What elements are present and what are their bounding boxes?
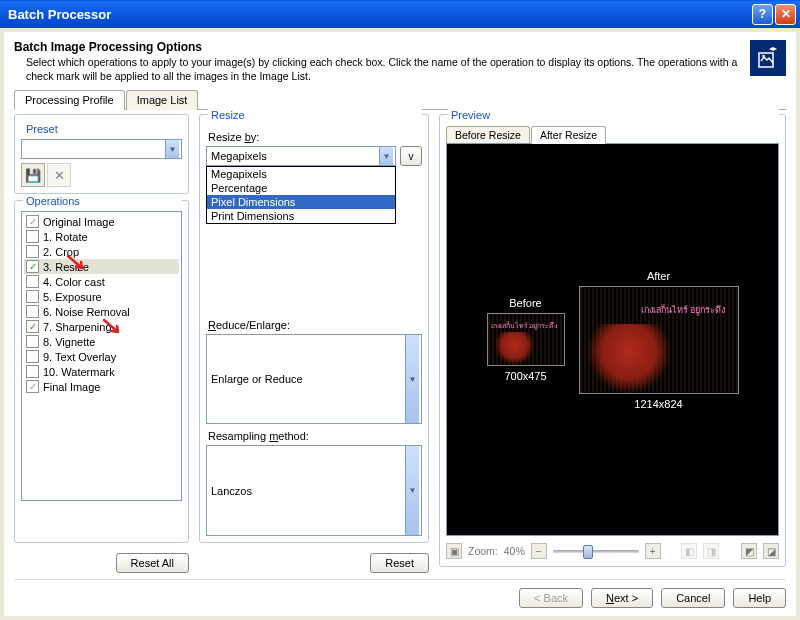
operations-title: Operations xyxy=(23,195,182,207)
window-body: Batch Image Processing Options Select wh… xyxy=(4,32,796,616)
page-title: Batch Image Processing Options xyxy=(14,40,742,54)
reset-button[interactable]: Reset xyxy=(370,553,429,573)
checkbox[interactable]: ✓ xyxy=(26,260,39,273)
zoom-slider[interactable] xyxy=(553,542,639,560)
resize-by-dropdown: MegapixelsPercentagePixel DimensionsPrin… xyxy=(206,166,396,224)
checkbox[interactable] xyxy=(26,350,39,363)
resize-by-label: Resize by: xyxy=(208,131,422,143)
tab-processing-profile[interactable]: Processing Profile xyxy=(14,90,125,110)
dropdown-option[interactable]: Percentage xyxy=(207,181,395,195)
batch-icon xyxy=(750,40,786,76)
preview-title: Preview xyxy=(448,109,779,121)
checkbox[interactable] xyxy=(26,305,39,318)
checkbox[interactable]: ✓ xyxy=(26,320,39,333)
overlay-text: เกงเสก็นไทร์ อยู่กระดึง xyxy=(641,306,726,316)
window-title: Batch Processor xyxy=(8,7,750,22)
tab-after-resize[interactable]: After Resize xyxy=(531,126,606,144)
checkbox[interactable] xyxy=(26,365,39,378)
operation-label: 5. Exposure xyxy=(43,291,102,303)
tab-before-resize[interactable]: Before Resize xyxy=(446,126,530,144)
preset-title: Preset xyxy=(23,123,61,135)
svg-point-0 xyxy=(762,55,765,58)
preview-before-column: Before เกงเสก็นไทร์ อยู่กระดึง 700x475 xyxy=(487,297,565,382)
resize-title: Resize xyxy=(208,109,422,121)
operations-list: ✓Original Image1. Rotate2. Crop✓3. Resiz… xyxy=(21,211,182,501)
resampling-label: Resampling method: xyxy=(208,430,422,442)
main-area: Preset ▼ 💾 ✕ Operations ✓Original Image1… xyxy=(14,114,786,573)
resize-by-value: Megapixels xyxy=(209,150,379,162)
before-dimensions: 700x475 xyxy=(504,370,546,382)
overlay-text: เกงเสก็นไทร์ อยู่กระดึง xyxy=(491,322,558,330)
checkbox[interactable] xyxy=(26,230,39,243)
reset-all-button[interactable]: Reset All xyxy=(116,553,189,573)
resize-by-combo[interactable]: Megapixels ▼ xyxy=(206,146,396,166)
operation-item[interactable]: ✓Final Image xyxy=(24,379,179,394)
reduce-enlarge-label: Reduce/Enlarge: xyxy=(208,319,422,331)
reduce-enlarge-combo[interactable]: Enlarge or Reduce ▼ xyxy=(206,334,422,425)
main-tabs: Processing Profile Image List xyxy=(14,89,786,110)
chevron-down-icon: ▼ xyxy=(379,147,393,165)
header: Batch Image Processing Options Select wh… xyxy=(14,40,786,83)
operation-item[interactable]: 9. Text Overlay xyxy=(24,349,179,364)
checkbox[interactable] xyxy=(26,335,39,348)
fit-screen-icon[interactable]: ▣ xyxy=(446,543,462,559)
zoom-label: Zoom: xyxy=(468,545,498,557)
tool-icon[interactable]: ◪ xyxy=(763,543,779,559)
operation-label: 10. Watermark xyxy=(43,366,115,378)
operation-item[interactable]: 6. Noise Removal xyxy=(24,304,179,319)
save-preset-button[interactable]: 💾 xyxy=(21,163,45,187)
operation-item[interactable]: ✓7. Sharpening xyxy=(24,319,179,334)
preview-group: Preview Before Resize After Resize Befor… xyxy=(439,114,786,567)
operation-item[interactable]: 4. Color cast xyxy=(24,274,179,289)
preview-after-column: After เกงเสก็นไทร์ อยู่กระดึง 1214x824 xyxy=(579,270,739,410)
dropdown-option[interactable]: Print Dimensions xyxy=(207,209,395,223)
resize-aux-button[interactable]: v xyxy=(400,146,422,166)
preview-tabs: Before Resize After Resize xyxy=(446,125,779,143)
footer-buttons: < Back Next > Cancel Help xyxy=(14,579,786,608)
next-button[interactable]: Next > xyxy=(591,588,653,608)
after-thumbnail: เกงเสก็นไทร์ อยู่กระดึง xyxy=(579,286,739,394)
operation-item[interactable]: 8. Vignette xyxy=(24,334,179,349)
after-dimensions: 1214x824 xyxy=(634,398,682,410)
dropdown-option[interactable]: Megapixels xyxy=(207,167,395,181)
operation-item[interactable]: 2. Crop xyxy=(24,244,179,259)
zoom-in-button[interactable]: + xyxy=(645,543,661,559)
dropdown-option[interactable]: Pixel Dimensions xyxy=(207,195,395,209)
checkbox: ✓ xyxy=(26,215,39,228)
preview-canvas[interactable]: Before เกงเสก็นไทร์ อยู่กระดึง 700x475 A… xyxy=(446,143,779,536)
checkbox: ✓ xyxy=(26,380,39,393)
operation-item[interactable]: 10. Watermark xyxy=(24,364,179,379)
zoom-value: 40% xyxy=(504,545,525,557)
zoom-out-button[interactable]: − xyxy=(531,543,547,559)
zoom-controls: ▣ Zoom: 40% − + ◧ ◨ ◩ ◪ xyxy=(446,542,779,560)
operation-item[interactable]: 5. Exposure xyxy=(24,289,179,304)
checkbox[interactable] xyxy=(26,275,39,288)
operation-label: Original Image xyxy=(43,216,115,228)
help-button[interactable]: Help xyxy=(733,588,786,608)
operation-item[interactable]: ✓Original Image xyxy=(24,214,179,229)
tab-image-list[interactable]: Image List xyxy=(126,90,199,110)
cancel-button[interactable]: Cancel xyxy=(661,588,725,608)
operation-label: 2. Crop xyxy=(43,246,79,258)
delete-icon: ✕ xyxy=(54,168,65,183)
operation-item[interactable]: 1. Rotate xyxy=(24,229,179,244)
operation-label: 7. Sharpening xyxy=(43,321,112,333)
after-label: After xyxy=(647,270,670,282)
tool-icon: ◨ xyxy=(703,543,719,559)
chevron-down-icon: ▼ xyxy=(405,335,419,424)
operation-label: 8. Vignette xyxy=(43,336,95,348)
operation-label: 4. Color cast xyxy=(43,276,105,288)
operation-label: 1. Rotate xyxy=(43,231,88,243)
checkbox[interactable] xyxy=(26,290,39,303)
preset-combo[interactable]: ▼ xyxy=(21,139,182,159)
preset-group: Preset ▼ 💾 ✕ xyxy=(14,114,189,194)
tool-icon: ◧ xyxy=(681,543,697,559)
operation-label: 3. Resize xyxy=(43,261,89,273)
titlebar-help-button[interactable]: ? xyxy=(752,4,773,25)
resize-group: Resize Resize by: Megapixels ▼ Megapixel… xyxy=(199,114,429,543)
tool-icon[interactable]: ◩ xyxy=(741,543,757,559)
resampling-combo[interactable]: Lanczos ▼ xyxy=(206,445,422,536)
checkbox[interactable] xyxy=(26,245,39,258)
titlebar-close-button[interactable]: ✕ xyxy=(775,4,796,25)
operation-item[interactable]: ✓3. Resize xyxy=(24,259,179,274)
